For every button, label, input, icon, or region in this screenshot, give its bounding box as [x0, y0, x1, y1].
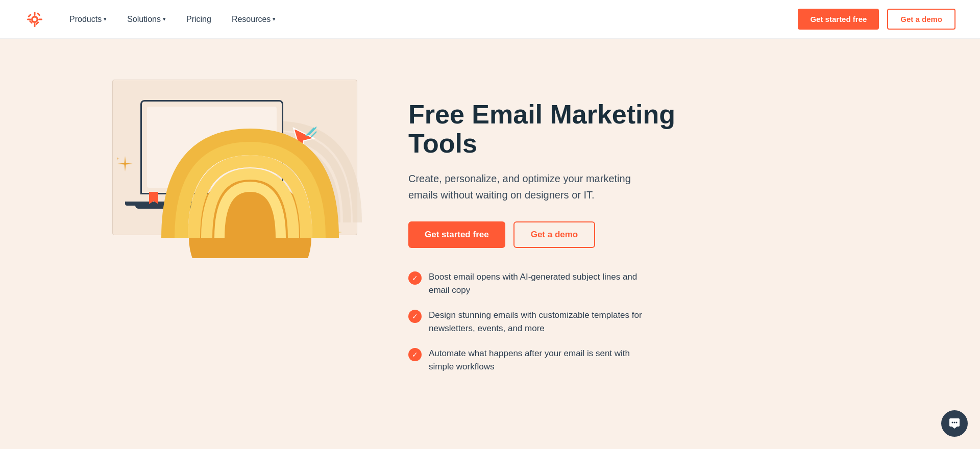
hero-subtitle: Create, personalize, and optimize your m…: [408, 170, 653, 203]
svg-point-2: [33, 17, 37, 21]
nav-resources[interactable]: Resources ▾: [224, 11, 284, 28]
chat-icon: [948, 417, 961, 430]
navbar: Products ▾ Solutions ▾ Pricing Resources…: [0, 0, 980, 39]
svg-point-17: [954, 422, 955, 423]
feature-text-3: Automate what happens after your email i…: [429, 347, 653, 373]
feature-item-1: ✓ Boost email opens with AI-generated su…: [408, 270, 694, 296]
svg-rect-3: [34, 12, 36, 16]
feature-text-1: Boost email opens with AI-generated subj…: [429, 270, 653, 296]
feature-item-3: ✓ Automate what happens after your email…: [408, 347, 694, 373]
nav-get-demo-button[interactable]: Get a demo: [887, 9, 955, 30]
hero-title: Free Email Marketing Tools: [408, 100, 694, 158]
nav-actions: Get started free Get a demo: [798, 9, 955, 30]
svg-rect-4: [34, 23, 36, 27]
check-icon-2: ✓: [408, 310, 422, 323]
svg-rect-6: [38, 18, 42, 20]
feature-list: ✓ Boost email opens with AI-generated su…: [408, 270, 694, 373]
nav-solutions[interactable]: Solutions ▾: [119, 11, 174, 28]
products-chevron-icon: ▾: [104, 16, 107, 22]
hero-buttons: Get started free Get a demo: [408, 221, 694, 248]
feature-item-2: ✓ Design stunning emails with customizab…: [408, 309, 694, 335]
hubspot-logo[interactable]: [24, 9, 45, 30]
solutions-chevron-icon: ▾: [163, 16, 166, 22]
rainbow-decoration: [153, 64, 332, 243]
nav-get-started-button[interactable]: Get started free: [798, 9, 879, 30]
check-icon-1: ✓: [408, 271, 422, 285]
feature-text-2: Design stunning emails with customizable…: [429, 309, 653, 335]
sparkle-left-icon: [117, 156, 133, 175]
hero-content: Free Email Marketing Tools Create, perso…: [408, 69, 694, 373]
hero-get-started-button[interactable]: Get started free: [408, 221, 505, 248]
svg-point-16: [952, 422, 953, 423]
nav-pricing[interactable]: Pricing: [178, 11, 219, 28]
hero-get-demo-button[interactable]: Get a demo: [513, 221, 596, 248]
hero-section: Free Email Marketing Tools Create, perso…: [0, 39, 980, 449]
chat-bubble-button[interactable]: [941, 410, 968, 437]
nav-links: Products ▾ Solutions ▾ Pricing Resources…: [61, 11, 798, 28]
nav-products[interactable]: Products ▾: [61, 11, 115, 28]
resources-chevron-icon: ▾: [273, 16, 276, 22]
svg-rect-5: [27, 18, 31, 20]
check-icon-3: ✓: [408, 348, 422, 361]
hero-illustration: [102, 69, 368, 243]
svg-point-18: [956, 422, 958, 423]
